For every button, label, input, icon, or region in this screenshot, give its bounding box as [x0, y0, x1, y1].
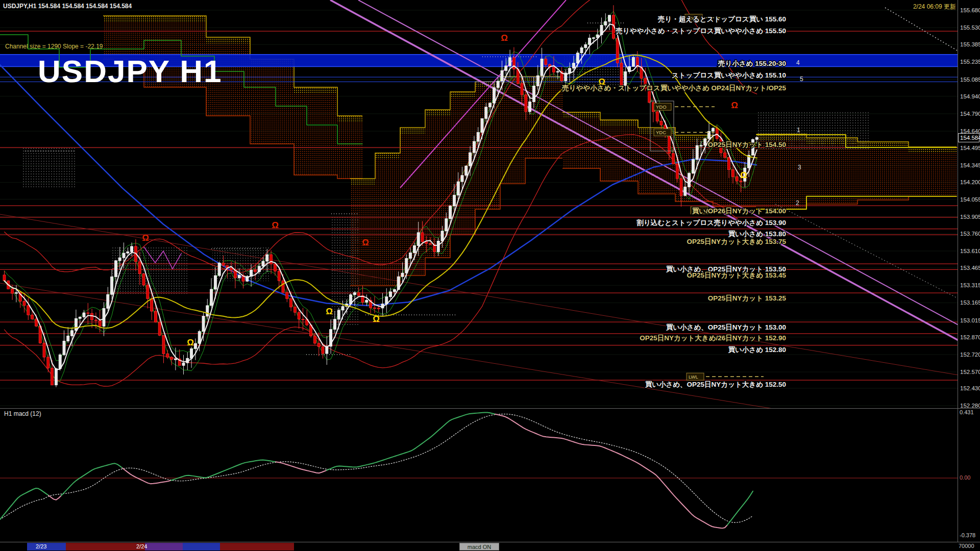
candle-body: [660, 121, 663, 125]
candle-body: [214, 276, 216, 289]
candle-body: [322, 346, 324, 354]
update-timestamp: 2/24 06:09 更新: [913, 3, 956, 11]
macd-toggle-button[interactable]: macd ON: [459, 543, 499, 550]
candle-body: [541, 59, 543, 76]
macd-panel: [0, 412, 958, 528]
candle-body: [15, 293, 17, 294]
price-axis-label: 152.280: [960, 403, 980, 409]
trend-line: [0, 283, 958, 439]
candle-body: [755, 137, 758, 139]
candle-body: [676, 164, 678, 179]
price-axis-label: 153.905: [960, 214, 980, 220]
order-annotation: 売り小さめ 155.20-30: [718, 60, 786, 67]
candle-body: [672, 154, 674, 164]
wave-count-label: 1: [797, 127, 800, 134]
candle-body: [127, 252, 129, 253]
candle-body: [131, 246, 133, 252]
candle-body: [532, 86, 535, 102]
macd-main-line: [495, 414, 727, 529]
price-axis: 155.680155.530155.385155.235155.085154.9…: [960, 7, 980, 409]
candle-body: [453, 195, 455, 206]
candle-body: [525, 95, 527, 112]
price-axis-label: 152.430: [960, 385, 980, 391]
price-axis-label: 153.465: [960, 265, 980, 271]
candle-body: [286, 292, 288, 298]
order-annotation: 売り・超えるとストップロス買い 155.60: [657, 15, 786, 23]
candle-body: [389, 292, 392, 297]
price-axis-label: 155.235: [960, 59, 980, 65]
price-axis-label: 152.570: [960, 369, 980, 375]
session-segment: [183, 543, 220, 550]
candle-body: [11, 289, 14, 294]
candle-body: [501, 70, 503, 81]
volume-scale-label: 70000: [959, 543, 974, 549]
candle-body: [118, 258, 121, 261]
candle-body: [572, 63, 575, 68]
session-segment: [145, 543, 183, 550]
candle-body: [589, 38, 591, 45]
candle-body: [536, 76, 539, 86]
candle-body: [353, 292, 356, 294]
candle-body: [421, 233, 424, 242]
macd-scale-top: 0.431: [960, 409, 974, 415]
candle-body: [55, 369, 57, 385]
candle-body: [278, 271, 280, 281]
candle-body: [604, 21, 607, 25]
candle-body: [457, 182, 459, 195]
candle-body: [401, 273, 404, 277]
candle-body: [27, 306, 30, 315]
candle-body: [692, 159, 694, 173]
price-axis-label: 152.720: [960, 352, 980, 358]
price-axis-label: 154.200: [960, 179, 980, 185]
candle-body: [425, 242, 428, 244]
candle-body: [465, 166, 468, 176]
candle-body: [158, 322, 161, 336]
price-axis-label: 152.870: [960, 334, 980, 340]
candle-body: [91, 313, 93, 320]
candle-body: [656, 112, 658, 121]
candle-body: [624, 71, 627, 85]
candle-body: [529, 102, 531, 111]
chart-object-label: YDO: [656, 104, 667, 110]
candle-body: [393, 289, 396, 291]
cloud-top-strip: [806, 138, 857, 144]
candle-body: [485, 107, 487, 118]
candle-body: [620, 63, 623, 85]
omega-pivot-marker: Ω: [326, 307, 333, 316]
candle-body: [194, 343, 197, 348]
candle-body: [107, 294, 109, 308]
macd-main-line: [171, 460, 276, 481]
price-axis-label: 153.015: [960, 317, 980, 323]
candle-body: [449, 206, 452, 219]
candle-body: [262, 261, 264, 266]
order-annotation: 買い小さめ、OP25日NYカット大きめ 152.50: [645, 381, 786, 388]
candle-body: [138, 262, 141, 274]
wave-count-label: 4: [796, 59, 800, 66]
candle-body: [87, 313, 89, 314]
candle-body: [405, 258, 408, 273]
candle-body: [580, 48, 583, 53]
candle-body: [373, 308, 376, 309]
candle-body: [481, 118, 483, 132]
candle-body: [94, 320, 97, 321]
candle-body: [218, 263, 220, 276]
candle-body: [23, 302, 26, 306]
candle-body: [341, 307, 344, 310]
candle-body: [445, 219, 448, 231]
order-annotation: ストップロス買いやや小さめ 155.10: [672, 71, 786, 79]
candle-body: [166, 354, 169, 357]
mt4-chart-window: ΩΩΩΩΩΩΩΩΩΩLWHYDOYDCYDLLWL45132売り・超えるとストッ…: [0, 0, 980, 551]
candle-body: [254, 270, 256, 272]
candle-body: [724, 153, 726, 157]
macd-main-line: [327, 412, 495, 470]
candle-body: [313, 336, 316, 343]
candle-body: [497, 81, 499, 88]
candle-body: [716, 128, 718, 138]
cloud-zone: [909, 147, 957, 196]
wave-count-label: 3: [798, 164, 801, 171]
candle-body: [357, 292, 360, 295]
candle-body: [521, 83, 523, 94]
candle-body: [182, 363, 185, 365]
candle-body: [206, 306, 209, 316]
candle-body: [114, 261, 117, 277]
